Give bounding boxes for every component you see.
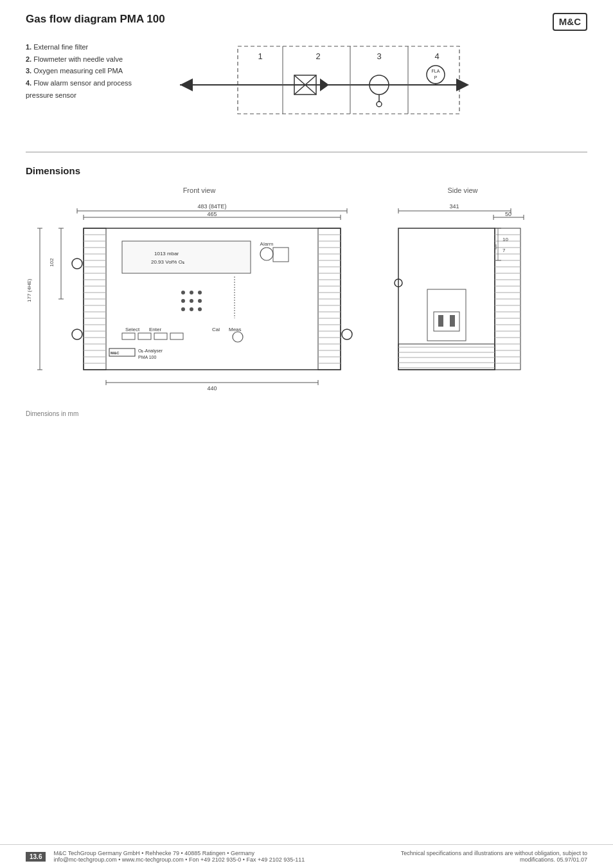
svg-rect-164 <box>450 315 455 327</box>
list-item: 1. External fine filter <box>26 41 161 53</box>
svg-point-103 <box>72 258 82 269</box>
footer-contact: info@mc-techgroup.com • www.mc-techgroup… <box>53 856 305 863</box>
svg-text:O₂-Analyser: O₂-Analyser <box>138 348 163 354</box>
svg-point-105 <box>342 329 352 339</box>
svg-text:P: P <box>434 75 438 80</box>
list-item: 2. Flowmeter with needle valve <box>26 53 161 66</box>
footer-left: 13.6 M&C TechGroup Germany GmbH • Rehhec… <box>26 850 305 863</box>
svg-rect-130 <box>398 228 495 370</box>
list-item: 4. Flow alarm sensor and processpressure… <box>26 77 161 101</box>
dimensions-note: Dimensions in mm <box>26 410 587 417</box>
page-title: Gas flow diagram PMA 100 <box>26 13 165 26</box>
svg-text:440: 440 <box>207 385 217 392</box>
side-view-container: Side view 341 50 <box>392 186 533 400</box>
svg-text:Cal: Cal <box>212 327 220 332</box>
svg-point-89 <box>198 299 202 303</box>
svg-point-85 <box>190 291 193 294</box>
logo-box: M&C <box>553 13 587 31</box>
svg-text:PMA 100: PMA 100 <box>138 355 157 359</box>
svg-marker-2 <box>180 78 193 91</box>
svg-point-81 <box>260 248 273 260</box>
svg-text:341: 341 <box>449 203 459 210</box>
svg-marker-3 <box>456 78 469 91</box>
svg-rect-0 <box>238 46 459 114</box>
svg-point-18 <box>377 102 382 107</box>
legend-num: 3. <box>26 67 31 75</box>
legend-text: Flowmeter with needle valve <box>33 55 123 63</box>
svg-text:10: 10 <box>502 237 508 242</box>
flow-diagram-svg: 1 2 3 4 <box>161 41 469 131</box>
svg-point-91 <box>190 307 193 311</box>
svg-text:177 (4HE): 177 (4HE) <box>26 278 32 302</box>
svg-point-86 <box>198 291 202 294</box>
svg-rect-161 <box>427 289 466 341</box>
svg-text:4: 4 <box>434 51 439 61</box>
list-item: 3. Oxygen measuring cell PMA <box>26 65 161 77</box>
svg-text:1: 1 <box>258 51 262 61</box>
footer: 13.6 M&C TechGroup Germany GmbH • Rehhec… <box>0 844 613 868</box>
views-row: Front view 483 (84TE) 465 <box>26 186 587 400</box>
svg-text:7: 7 <box>502 248 506 253</box>
svg-text:Select: Select <box>125 327 140 332</box>
svg-text:20.93 Vol% O₂: 20.93 Vol% O₂ <box>151 259 184 265</box>
legend-num: 2. <box>26 55 31 63</box>
side-view-label: Side view <box>392 186 533 194</box>
svg-point-90 <box>181 307 185 311</box>
svg-text:465: 465 <box>207 211 217 217</box>
svg-point-84 <box>181 291 185 294</box>
svg-text:Alarm: Alarm <box>260 241 274 247</box>
svg-rect-101 <box>170 333 183 339</box>
svg-text:Meas: Meas <box>229 327 242 332</box>
svg-rect-78 <box>122 241 251 273</box>
svg-text:2: 2 <box>315 51 320 61</box>
page-number: 13.6 <box>26 852 46 862</box>
header: Gas flow diagram PMA 100 M&C <box>26 13 587 31</box>
svg-rect-154 <box>398 344 495 370</box>
svg-point-104 <box>72 329 82 339</box>
svg-rect-98 <box>122 333 135 339</box>
svg-text:102: 102 <box>49 258 55 267</box>
divider <box>26 152 587 152</box>
svg-text:Enter: Enter <box>149 327 161 332</box>
svg-rect-99 <box>138 333 151 339</box>
legend-column: 1. External fine filter 2. Flowmeter wit… <box>26 41 161 106</box>
diagram-column: 1 2 3 4 <box>161 41 587 132</box>
svg-point-92 <box>198 307 202 311</box>
footer-disclaimer: Technical specifications and illustratio… <box>382 850 587 863</box>
dimensions-title: Dimensions <box>26 165 587 176</box>
front-view-label: Front view <box>26 186 373 194</box>
page-container: Gas flow diagram PMA 100 M&C 1. External… <box>0 0 613 868</box>
svg-rect-83 <box>273 248 289 262</box>
legend-num: 1. <box>26 43 31 51</box>
svg-rect-162 <box>434 312 459 331</box>
legend-list: 1. External fine filter 2. Flowmeter wit… <box>26 41 161 101</box>
gas-flow-section: 1. External fine filter 2. Flowmeter wit… <box>26 41 587 132</box>
svg-point-88 <box>190 299 193 303</box>
svg-text:483 (84TE): 483 (84TE) <box>197 203 226 210</box>
svg-rect-163 <box>438 315 443 327</box>
legend-text: Oxygen measuring cell PMA <box>33 67 123 75</box>
svg-text:1013 mbar: 1013 mbar <box>154 251 179 257</box>
footer-company-info: M&C TechGroup Germany GmbH • Rehhecke 79… <box>53 850 305 863</box>
svg-text:50: 50 <box>505 211 511 217</box>
svg-rect-155 <box>398 344 495 370</box>
svg-rect-100 <box>154 333 167 339</box>
side-view-svg: 341 50 <box>392 199 533 399</box>
front-view-container: Front view 483 (84TE) 465 <box>26 186 373 400</box>
svg-text:3: 3 <box>377 51 381 61</box>
dimensions-section: Dimensions Front view 483 (84TE) 465 <box>26 165 587 417</box>
front-view-svg: 483 (84TE) 465 <box>26 199 366 399</box>
legend-num: 4. <box>26 79 31 87</box>
svg-text:M&C: M&C <box>111 351 120 355</box>
footer-company: M&C TechGroup Germany GmbH • Rehhecke 79… <box>53 850 305 856</box>
legend-text: External fine filter <box>33 43 88 51</box>
svg-point-102 <box>233 332 243 342</box>
svg-text:FLA: FLA <box>432 69 440 73</box>
legend-text: Flow alarm sensor and processpressure se… <box>26 79 132 99</box>
svg-point-87 <box>181 299 185 303</box>
